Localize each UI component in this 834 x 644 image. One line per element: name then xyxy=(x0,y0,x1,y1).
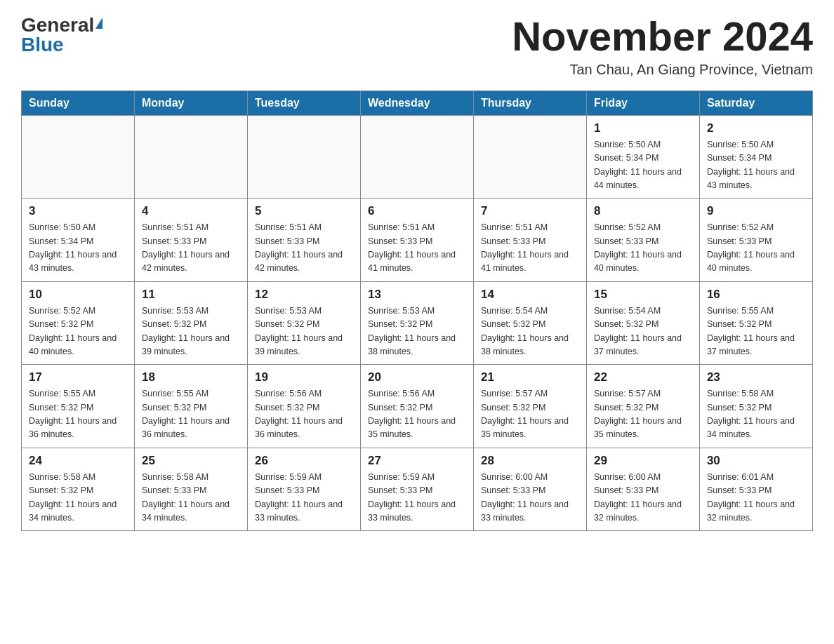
day-number: 3 xyxy=(29,204,127,218)
title-area: November 2024 Tan Chau, An Giang Provinc… xyxy=(512,14,813,78)
table-row: 8Sunrise: 5:52 AM Sunset: 5:33 PM Daylig… xyxy=(586,199,699,282)
day-number: 23 xyxy=(707,370,805,384)
day-number: 27 xyxy=(368,454,466,468)
table-row: 23Sunrise: 5:58 AM Sunset: 5:32 PM Dayli… xyxy=(699,365,812,448)
day-number: 8 xyxy=(594,204,692,218)
table-row: 30Sunrise: 6:01 AM Sunset: 5:33 PM Dayli… xyxy=(699,448,812,531)
table-row: 22Sunrise: 5:57 AM Sunset: 5:32 PM Dayli… xyxy=(586,365,699,448)
calendar-header: SundayMondayTuesdayWednesdayThursdayFrid… xyxy=(22,90,813,115)
table-row: 15Sunrise: 5:54 AM Sunset: 5:32 PM Dayli… xyxy=(586,281,699,365)
day-number: 19 xyxy=(255,370,353,384)
table-row: 20Sunrise: 5:56 AM Sunset: 5:32 PM Dayli… xyxy=(360,365,473,448)
table-row xyxy=(247,115,360,199)
day-info: Sunrise: 5:50 AM Sunset: 5:34 PM Dayligh… xyxy=(707,138,805,193)
table-row: 28Sunrise: 6:00 AM Sunset: 5:33 PM Dayli… xyxy=(473,448,586,531)
table-row xyxy=(134,115,247,199)
day-number: 11 xyxy=(142,288,240,302)
table-row xyxy=(473,115,586,199)
header-friday: Friday xyxy=(586,90,699,115)
day-number: 24 xyxy=(29,454,127,468)
day-info: Sunrise: 5:52 AM Sunset: 5:32 PM Dayligh… xyxy=(29,304,127,359)
table-row: 2Sunrise: 5:50 AM Sunset: 5:34 PM Daylig… xyxy=(699,115,812,199)
day-number: 17 xyxy=(29,370,127,384)
table-row: 16Sunrise: 5:55 AM Sunset: 5:32 PM Dayli… xyxy=(699,281,812,365)
day-number: 22 xyxy=(594,370,692,384)
week-row-1: 1Sunrise: 5:50 AM Sunset: 5:34 PM Daylig… xyxy=(22,115,813,199)
table-row: 6Sunrise: 5:51 AM Sunset: 5:33 PM Daylig… xyxy=(360,199,473,282)
table-row: 18Sunrise: 5:55 AM Sunset: 5:32 PM Dayli… xyxy=(134,365,247,448)
location-subtitle: Tan Chau, An Giang Province, Vietnam xyxy=(512,62,813,78)
day-number: 28 xyxy=(481,454,579,468)
table-row xyxy=(360,115,473,199)
day-info: Sunrise: 5:56 AM Sunset: 5:32 PM Dayligh… xyxy=(368,387,466,442)
table-row xyxy=(22,115,135,199)
day-number: 26 xyxy=(255,454,353,468)
day-number: 20 xyxy=(368,370,466,384)
page-header: General Blue November 2024 Tan Chau, An … xyxy=(21,14,813,78)
table-row: 25Sunrise: 5:58 AM Sunset: 5:33 PM Dayli… xyxy=(134,448,247,531)
table-row: 12Sunrise: 5:53 AM Sunset: 5:32 PM Dayli… xyxy=(247,281,360,365)
day-number: 4 xyxy=(142,204,240,218)
table-row: 17Sunrise: 5:55 AM Sunset: 5:32 PM Dayli… xyxy=(22,365,135,448)
day-number: 15 xyxy=(594,288,692,302)
day-info: Sunrise: 5:55 AM Sunset: 5:32 PM Dayligh… xyxy=(707,304,805,359)
day-number: 6 xyxy=(368,204,466,218)
day-number: 29 xyxy=(594,454,692,468)
day-number: 16 xyxy=(707,288,805,302)
day-number: 14 xyxy=(481,288,579,302)
day-number: 30 xyxy=(707,454,805,468)
table-row: 10Sunrise: 5:52 AM Sunset: 5:32 PM Dayli… xyxy=(22,281,135,365)
table-row: 11Sunrise: 5:53 AM Sunset: 5:32 PM Dayli… xyxy=(134,281,247,365)
day-info: Sunrise: 5:51 AM Sunset: 5:33 PM Dayligh… xyxy=(368,221,466,276)
table-row: 3Sunrise: 5:50 AM Sunset: 5:34 PM Daylig… xyxy=(22,199,135,282)
header-sunday: Sunday xyxy=(22,90,135,115)
day-info: Sunrise: 5:57 AM Sunset: 5:32 PM Dayligh… xyxy=(594,387,692,442)
table-row: 26Sunrise: 5:59 AM Sunset: 5:33 PM Dayli… xyxy=(247,448,360,531)
day-info: Sunrise: 5:54 AM Sunset: 5:32 PM Dayligh… xyxy=(594,304,692,359)
day-number: 7 xyxy=(481,204,579,218)
table-row: 27Sunrise: 5:59 AM Sunset: 5:33 PM Dayli… xyxy=(360,448,473,531)
day-info: Sunrise: 5:53 AM Sunset: 5:32 PM Dayligh… xyxy=(368,304,466,359)
day-number: 18 xyxy=(142,370,240,384)
day-number: 25 xyxy=(142,454,240,468)
table-row: 13Sunrise: 5:53 AM Sunset: 5:32 PM Dayli… xyxy=(360,281,473,365)
day-info: Sunrise: 5:53 AM Sunset: 5:32 PM Dayligh… xyxy=(142,304,240,359)
day-info: Sunrise: 5:56 AM Sunset: 5:32 PM Dayligh… xyxy=(255,387,353,442)
table-row: 5Sunrise: 5:51 AM Sunset: 5:33 PM Daylig… xyxy=(247,199,360,282)
day-info: Sunrise: 5:58 AM Sunset: 5:32 PM Dayligh… xyxy=(707,387,805,442)
day-info: Sunrise: 6:00 AM Sunset: 5:33 PM Dayligh… xyxy=(481,471,579,525)
week-row-4: 17Sunrise: 5:55 AM Sunset: 5:32 PM Dayli… xyxy=(22,365,813,448)
table-row: 9Sunrise: 5:52 AM Sunset: 5:33 PM Daylig… xyxy=(699,199,812,282)
header-saturday: Saturday xyxy=(699,90,812,115)
calendar-table: SundayMondayTuesdayWednesdayThursdayFrid… xyxy=(21,90,813,532)
day-info: Sunrise: 5:55 AM Sunset: 5:32 PM Dayligh… xyxy=(142,387,240,442)
day-info: Sunrise: 6:00 AM Sunset: 5:33 PM Dayligh… xyxy=(594,471,692,525)
table-row: 14Sunrise: 5:54 AM Sunset: 5:32 PM Dayli… xyxy=(473,281,586,365)
day-info: Sunrise: 5:52 AM Sunset: 5:33 PM Dayligh… xyxy=(594,221,692,276)
day-info: Sunrise: 5:58 AM Sunset: 5:33 PM Dayligh… xyxy=(142,471,240,525)
day-info: Sunrise: 5:53 AM Sunset: 5:32 PM Dayligh… xyxy=(255,304,353,359)
day-info: Sunrise: 5:55 AM Sunset: 5:32 PM Dayligh… xyxy=(29,387,127,442)
header-wednesday: Wednesday xyxy=(360,90,473,115)
header-row: SundayMondayTuesdayWednesdayThursdayFrid… xyxy=(22,90,813,115)
header-thursday: Thursday xyxy=(473,90,586,115)
day-number: 9 xyxy=(707,204,805,218)
week-row-5: 24Sunrise: 5:58 AM Sunset: 5:32 PM Dayli… xyxy=(22,448,813,531)
month-title: November 2024 xyxy=(512,14,813,59)
table-row: 4Sunrise: 5:51 AM Sunset: 5:33 PM Daylig… xyxy=(134,199,247,282)
day-info: Sunrise: 5:58 AM Sunset: 5:32 PM Dayligh… xyxy=(29,471,127,525)
day-info: Sunrise: 5:57 AM Sunset: 5:32 PM Dayligh… xyxy=(481,387,579,442)
table-row: 7Sunrise: 5:51 AM Sunset: 5:33 PM Daylig… xyxy=(473,199,586,282)
logo: General Blue xyxy=(21,14,102,56)
week-row-2: 3Sunrise: 5:50 AM Sunset: 5:34 PM Daylig… xyxy=(22,199,813,282)
table-row: 24Sunrise: 5:58 AM Sunset: 5:32 PM Dayli… xyxy=(22,448,135,531)
day-info: Sunrise: 5:54 AM Sunset: 5:32 PM Dayligh… xyxy=(481,304,579,359)
day-info: Sunrise: 5:50 AM Sunset: 5:34 PM Dayligh… xyxy=(594,138,692,193)
logo-triangle-icon xyxy=(95,18,102,29)
week-row-3: 10Sunrise: 5:52 AM Sunset: 5:32 PM Dayli… xyxy=(22,281,813,365)
header-tuesday: Tuesday xyxy=(247,90,360,115)
day-number: 10 xyxy=(29,288,127,302)
day-info: Sunrise: 6:01 AM Sunset: 5:33 PM Dayligh… xyxy=(707,471,805,525)
day-number: 13 xyxy=(368,288,466,302)
day-info: Sunrise: 5:52 AM Sunset: 5:33 PM Dayligh… xyxy=(707,221,805,276)
